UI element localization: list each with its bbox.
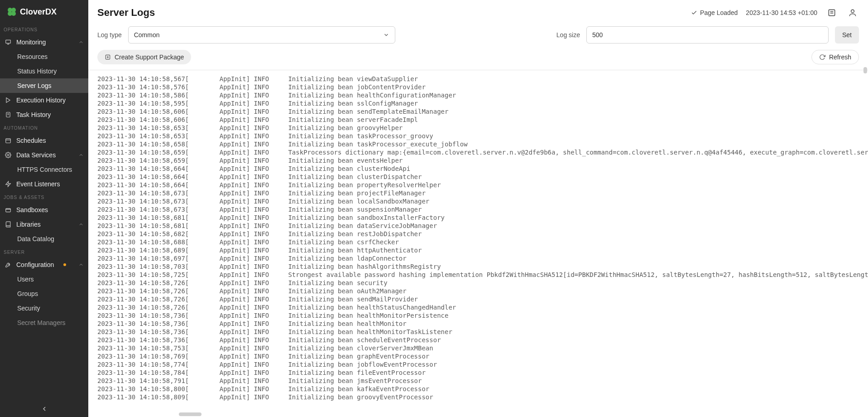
nav-groups[interactable]: Groups [0, 286, 88, 301]
nav-data-catalog[interactable]: Data Catalog [0, 232, 88, 246]
box-icon [5, 207, 12, 213]
brand-logo[interactable]: CloverDX [0, 0, 88, 24]
notes-button[interactable] [825, 6, 838, 19]
page-loaded-status: Page Loaded [691, 9, 738, 16]
svg-point-19 [851, 10, 854, 13]
play-icon [5, 97, 12, 103]
check-icon [691, 10, 697, 16]
nav-execution-history[interactable]: Execution History [0, 93, 88, 107]
log-size-label: Log size [556, 31, 580, 39]
log-text: 2023-11-30 14:10:58,567[ AppInit] INFO I… [97, 75, 859, 401]
nav-configuration[interactable]: Configuration [0, 257, 88, 272]
nav-task-history[interactable]: Task History [0, 107, 88, 122]
section-automation: AUTOMATION [0, 122, 88, 133]
nav-schedules[interactable]: Schedules [0, 133, 88, 148]
controls: Log type Common Log size Set [88, 24, 868, 50]
refresh-button[interactable]: Refresh [811, 50, 859, 64]
chevron-up-icon [78, 262, 84, 267]
nav-security[interactable]: Security [0, 301, 88, 315]
nav-event-listeners[interactable]: Event Listeners [0, 177, 88, 191]
timestamp: 2023-11-30 14:53 +01:00 [746, 9, 817, 16]
svg-rect-11 [6, 139, 11, 143]
set-button[interactable]: Set [835, 26, 859, 44]
log-type-select[interactable]: Common [128, 26, 395, 44]
clipboard-icon [5, 112, 12, 118]
log-type-label: Log type [97, 31, 122, 39]
nav-data-services[interactable]: Data Services [0, 148, 88, 162]
svg-rect-15 [6, 208, 11, 212]
horizontal-scrollbar[interactable] [179, 412, 201, 416]
wrench-icon [5, 262, 12, 268]
note-icon [827, 8, 836, 17]
brand-text: CloverDX [20, 7, 57, 17]
svg-rect-4 [6, 40, 11, 43]
clover-icon [6, 6, 17, 17]
nav-monitoring[interactable]: Monitoring [0, 35, 88, 49]
chevron-up-icon [78, 152, 84, 158]
nav-sandboxes[interactable]: Sandboxes [0, 203, 88, 217]
svg-marker-14 [6, 181, 11, 187]
calendar-icon [5, 137, 12, 144]
svg-marker-7 [6, 98, 10, 103]
toolbar: Create Support Package Refresh [88, 50, 868, 70]
nav-status-history[interactable]: Status History [0, 64, 88, 78]
svg-point-3 [11, 11, 16, 16]
svg-point-13 [7, 154, 9, 156]
user-button[interactable] [846, 6, 859, 19]
book-icon [5, 221, 12, 228]
chevron-up-icon [78, 39, 84, 45]
nav-users[interactable]: Users [0, 272, 88, 286]
section-operations: OPERATIONS [0, 24, 88, 35]
monitor-icon [5, 39, 12, 45]
log-viewer[interactable]: 2023-11-30 14:10:58,567[ AppInit] INFO I… [88, 70, 868, 417]
create-support-package-button[interactable]: Create Support Package [97, 50, 191, 64]
sidebar: CloverDX OPERATIONS Monitoring Resources… [0, 0, 88, 417]
warning-dot-icon [63, 263, 66, 266]
topbar: Server Logs Page Loaded 2023-11-30 14:53… [88, 0, 868, 24]
bolt-icon [5, 181, 12, 187]
package-icon [105, 54, 111, 60]
gear-icon [5, 152, 12, 158]
refresh-icon [819, 54, 825, 60]
nav-secret-managers[interactable]: Secret Managers [0, 315, 88, 330]
user-icon [848, 8, 857, 17]
nav-https-connectors[interactable]: HTTPS Connectors [0, 162, 88, 177]
chevron-left-icon [41, 405, 48, 412]
nav-resources[interactable]: Resources [0, 49, 88, 64]
section-jobs: JOBS & ASSETS [0, 191, 88, 203]
section-server: SERVER [0, 246, 88, 257]
page-title: Server Logs [97, 7, 155, 19]
main: Server Logs Page Loaded 2023-11-30 14:53… [88, 0, 868, 417]
sidebar-collapse[interactable] [0, 401, 88, 417]
log-size-input[interactable] [586, 26, 829, 44]
nav-server-logs[interactable]: Server Logs [0, 78, 88, 93]
chevron-down-icon [383, 32, 389, 38]
nav-libraries[interactable]: Libraries [0, 217, 88, 232]
chevron-up-icon [78, 222, 84, 227]
vertical-scrollbar[interactable] [863, 67, 867, 73]
